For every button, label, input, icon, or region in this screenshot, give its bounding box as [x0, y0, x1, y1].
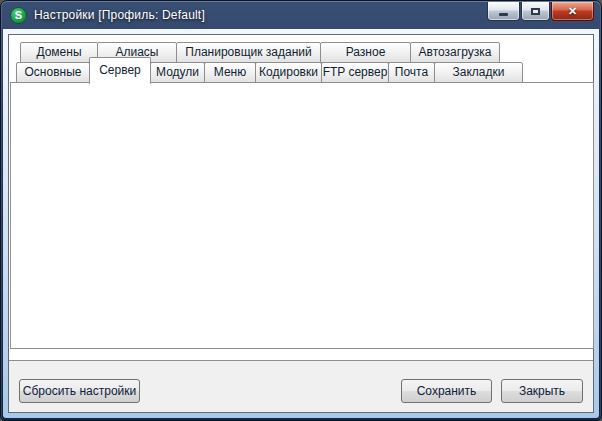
tab-encodings[interactable]: Кодировки	[255, 62, 322, 83]
tab-ftp-server[interactable]: FTP сервер	[321, 62, 389, 83]
minimize-button[interactable]	[487, 2, 520, 21]
server-tab-panel	[10, 82, 594, 349]
tab-general[interactable]: Основные	[16, 62, 90, 83]
close-dialog-button[interactable]: Закрыть	[501, 379, 583, 403]
maximize-icon	[531, 8, 540, 15]
close-icon: ✕	[568, 5, 577, 18]
settings-window: S Настройки [Профиль: Default] ✕ Домены …	[0, 0, 602, 421]
tab-autostart[interactable]: Автозагрузка	[410, 42, 500, 63]
tab-row-primary: Основные Сервер Модули Меню Кодировки FT…	[16, 62, 522, 84]
reset-settings-button[interactable]: Сбросить настройки	[19, 379, 140, 403]
close-button[interactable]: ✕	[551, 2, 594, 21]
maximize-button[interactable]	[521, 2, 550, 21]
tab-menu[interactable]: Меню	[204, 62, 256, 83]
tab-mail[interactable]: Почта	[388, 62, 435, 83]
window-title: Настройки [Профиль: Default]	[34, 8, 205, 22]
tab-misc[interactable]: Разное	[320, 42, 411, 63]
tab-modules[interactable]: Модули	[150, 62, 205, 83]
dialog-client-area: Домены Алиасы Планировщик заданий Разное…	[8, 34, 594, 413]
tab-scheduler[interactable]: Планировщик заданий	[176, 42, 321, 63]
save-button[interactable]: Сохранить	[401, 379, 492, 403]
window-controls: ✕	[486, 2, 594, 21]
tab-server[interactable]: Сервер	[89, 57, 151, 84]
tab-bookmarks[interactable]: Закладки	[434, 62, 523, 83]
app-logo-icon: S	[10, 7, 27, 24]
window-frame: Домены Алиасы Планировщик заданий Разное…	[3, 29, 599, 418]
tab-domains[interactable]: Домены	[20, 42, 98, 63]
minimize-icon	[499, 13, 508, 16]
